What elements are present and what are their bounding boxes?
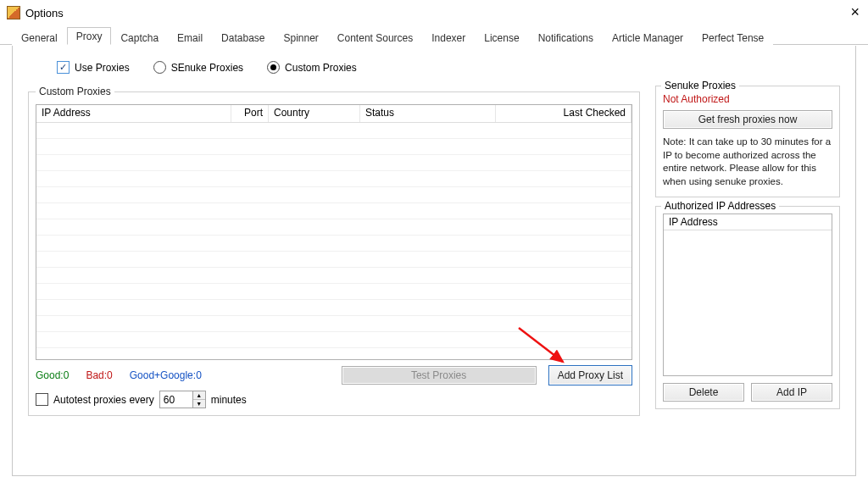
grid-body [36, 123, 632, 360]
proxy-stats: Good:0 Bad:0 Good+Google:0 [36, 369, 202, 381]
tab-notifications[interactable]: Notifications [529, 29, 603, 46]
use-proxies-checkbox[interactable]: ✓ Use Proxies [57, 61, 130, 74]
authorized-ip-legend: Authorized IP Addresses [661, 200, 779, 212]
autotest-interval-spinner[interactable]: ▲▼ [159, 391, 206, 408]
spinner-up-icon[interactable]: ▲ [193, 391, 205, 400]
ip-list-header: IP Address [664, 214, 832, 230]
tab-bar: General Proxy Captcha Email Database Spi… [0, 25, 868, 45]
autotest-row: Autotest proxies every ▲▼ minutes [36, 391, 632, 408]
radio-checked-icon [267, 61, 280, 74]
window-title: Options [25, 7, 64, 19]
col-status[interactable]: Status [360, 105, 496, 122]
radio-unchecked-icon [153, 61, 166, 74]
get-fresh-proxies-button[interactable]: Get fresh proxies now [663, 110, 832, 129]
senuke-proxies-group: Senuke Proxies Not Authorized Get fresh … [655, 86, 840, 197]
custom-proxies-group: Custom Proxies IP Address Port Country S… [28, 86, 640, 416]
tab-proxy[interactable]: Proxy [67, 27, 112, 45]
col-country[interactable]: Country [269, 105, 360, 122]
custom-proxies-legend: Custom Proxies [36, 86, 114, 97]
authorized-ip-list[interactable]: IP Address [663, 214, 832, 376]
delete-ip-button[interactable]: Delete [663, 383, 744, 402]
col-ip[interactable]: IP Address [36, 105, 231, 122]
senuke-proxies-label: SEnuke Proxies [171, 62, 243, 74]
custom-proxies-radio[interactable]: Custom Proxies [267, 61, 357, 74]
stat-bad: Bad:0 [86, 369, 112, 381]
stat-good: Good:0 [36, 369, 69, 381]
proxy-options-row: ✓ Use Proxies SEnuke Proxies Custom Prox… [57, 61, 840, 74]
senuke-proxies-radio[interactable]: SEnuke Proxies [153, 61, 243, 74]
autotest-label-pre: Autotest proxies every [53, 394, 154, 406]
below-grid-row: Good:0 Bad:0 Good+Google:0 Test Proxies … [36, 365, 632, 385]
add-ip-button[interactable]: Add IP [751, 383, 832, 402]
tab-perfect-tense[interactable]: Perfect Tense [693, 29, 773, 46]
tab-database[interactable]: Database [212, 29, 274, 46]
tab-license[interactable]: License [475, 29, 528, 46]
app-icon [7, 6, 20, 19]
spinner-down-icon[interactable]: ▼ [193, 400, 205, 408]
grid-header-row: IP Address Port Country Status Last Chec… [36, 105, 632, 123]
tab-content: ✓ Use Proxies SEnuke Proxies Custom Prox… [12, 46, 856, 476]
senuke-legend: Senuke Proxies [661, 80, 739, 92]
tab-general[interactable]: General [12, 29, 67, 46]
autotest-label-post: minutes [211, 394, 247, 406]
tab-article-manager[interactable]: Article Manager [603, 29, 693, 46]
titlebar: Options × [0, 0, 868, 25]
col-last-checked[interactable]: Last Checked [496, 105, 632, 122]
autotest-interval-input[interactable] [160, 391, 192, 408]
close-icon[interactable]: × [850, 3, 860, 21]
checkbox-checked-icon: ✓ [57, 61, 70, 74]
senuke-note: Note: It can take up to 30 minutes for a… [663, 136, 832, 188]
autotest-checkbox[interactable] [36, 393, 48, 406]
test-proxies-button[interactable]: Test Proxies [342, 366, 537, 385]
tab-indexer[interactable]: Indexer [422, 29, 475, 46]
authorized-ip-group: Authorized IP Addresses IP Address Delet… [655, 206, 840, 409]
proxy-grid[interactable]: IP Address Port Country Status Last Chec… [36, 104, 632, 360]
stat-good-google: Good+Google:0 [130, 369, 202, 381]
use-proxies-label: Use Proxies [75, 62, 130, 74]
add-proxy-list-button[interactable]: Add Proxy List [548, 365, 632, 385]
tab-content-sources[interactable]: Content Sources [328, 29, 422, 46]
col-port[interactable]: Port [231, 105, 269, 122]
tab-email[interactable]: Email [168, 29, 212, 46]
custom-proxies-label: Custom Proxies [285, 62, 357, 74]
tab-spinner[interactable]: Spinner [274, 29, 327, 46]
tab-captcha[interactable]: Captcha [111, 29, 168, 46]
not-authorized-label: Not Authorized [663, 93, 832, 105]
